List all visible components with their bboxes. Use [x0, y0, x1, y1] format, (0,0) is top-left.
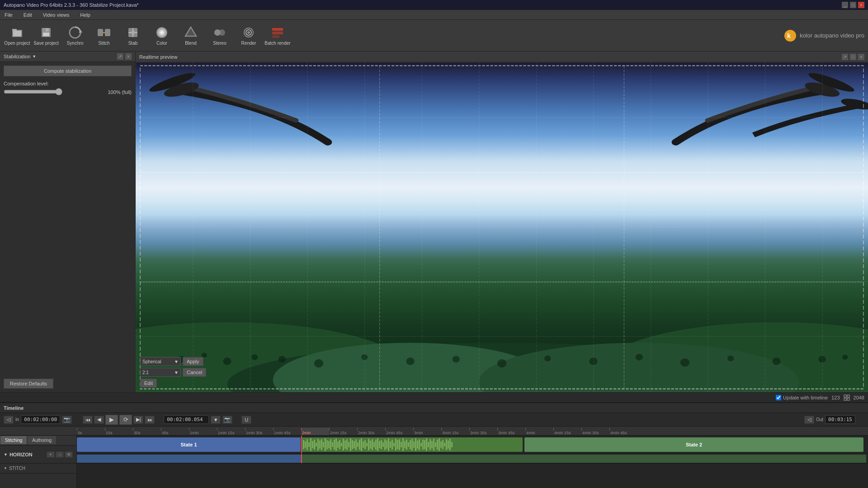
loop-button[interactable]: ⟳: [119, 415, 132, 425]
state2-block[interactable]: State 2: [524, 437, 863, 452]
comp-level-label: Compensation level:: [4, 81, 49, 86]
cancel-button[interactable]: Cancel: [183, 368, 206, 377]
svg-point-38: [278, 356, 286, 363]
menu-edit[interactable]: Edit: [21, 11, 35, 19]
maximize-button[interactable]: □: [850, 2, 856, 8]
next-frame-button[interactable]: ▶|: [133, 416, 143, 424]
stereo-button[interactable]: Stereo: [206, 22, 233, 49]
go-start-button[interactable]: ⏮: [83, 416, 93, 424]
authoring-tab[interactable]: Authoring: [27, 436, 57, 445]
kolor-logo: k kolor autopano video pro: [783, 29, 864, 42]
update-timeline-checkbox[interactable]: [776, 395, 781, 400]
preview-expand-button[interactable]: □: [850, 54, 856, 60]
svg-rect-66: [847, 398, 849, 400]
preview-area: Realtime preview ↗ □ ×: [136, 52, 868, 392]
close-button[interactable]: ×: [858, 2, 864, 8]
preview-close-button[interactable]: ×: [858, 54, 864, 60]
stitching-tab[interactable]: Stitching: [0, 436, 27, 445]
projection-dropdown[interactable]: Spherical ▼: [140, 357, 181, 366]
horizon-collapse-arrow[interactable]: ▼: [4, 452, 8, 457]
dropdown-arrow: ▼: [174, 359, 179, 364]
track-edit-button[interactable]: →: [56, 451, 64, 458]
render-button[interactable]: Render: [235, 22, 262, 49]
stitch-state2-bar: [301, 455, 866, 463]
play-button[interactable]: ▶: [105, 415, 118, 425]
color-button[interactable]: Color: [148, 22, 175, 49]
in-point-button[interactable]: ◁: [4, 416, 14, 424]
preview-title: Realtime preview: [139, 54, 177, 60]
preview-float-button[interactable]: ↗: [842, 54, 848, 60]
track-add-button[interactable]: +: [47, 451, 55, 458]
svg-rect-26: [272, 35, 279, 38]
update-timeline-item: Update with timeline: [776, 395, 828, 400]
stitch-collapse-arrow[interactable]: ▼: [4, 466, 7, 470]
titlebar-controls: _ □ ×: [842, 2, 864, 8]
stitch-button[interactable]: Stitch: [90, 22, 118, 49]
horizon-track-name: HORIZON: [9, 452, 33, 457]
stitch-icon: [97, 25, 111, 40]
menubar: File Edit Video views Help: [0, 10, 868, 20]
titlebar: Autopano Video Pro 64bits 2.3.3 - 360 St…: [0, 0, 868, 10]
svg-rect-1: [12, 29, 17, 31]
svg-point-42: [453, 356, 460, 363]
menu-videoviews[interactable]: Video views: [40, 11, 72, 19]
save-project-button[interactable]: Save project: [33, 22, 60, 49]
color-icon: [155, 25, 169, 40]
svg-point-16: [156, 27, 167, 38]
current-time[interactable]: 00:02:00.054: [164, 415, 209, 424]
batch-render-button[interactable]: Batch render: [264, 22, 291, 49]
ratio-dropdown[interactable]: 2:1 ▼: [140, 368, 181, 377]
edit-button[interactable]: Edit: [140, 379, 157, 388]
camera-button[interactable]: 📷: [222, 416, 232, 424]
restore-defaults-button[interactable]: Restore Defaults: [4, 379, 53, 389]
playback-controls: ⏮ ◀ ▶ ⟳ ▶| ⏭: [83, 415, 155, 425]
ruler-marks: 0s 15s 30s 45s 1min 1min 15s 1min 30s 1m…: [77, 427, 868, 435]
svg-point-45: [589, 357, 597, 365]
panel-float-button[interactable]: ↗: [117, 53, 123, 60]
svg-rect-6: [44, 28, 45, 31]
svg-rect-24: [272, 28, 283, 31]
apply-button[interactable]: Apply: [183, 357, 203, 366]
kolor-brand: kolor autopano video pro: [800, 32, 864, 39]
svg-point-49: [772, 357, 780, 365]
blend-button[interactable]: Blend: [177, 22, 204, 49]
playhead[interactable]: [301, 436, 302, 453]
synchro-label: Synchro: [67, 41, 84, 46]
open-project-button[interactable]: Open project: [4, 22, 31, 49]
current-time-area: 00:02:00.054 ▼ 📷: [164, 415, 232, 424]
out-time: 00:03:15: [825, 415, 855, 424]
frame-number: 123: [831, 395, 840, 400]
svg-point-48: [727, 356, 734, 361]
track-move-button[interactable]: ⟲: [65, 451, 73, 458]
titlebar-title: Autopano Video Pro 64bits 2.3.3 - 360 St…: [4, 2, 139, 8]
panel-body: Compute stabilization Compensation level…: [0, 62, 135, 100]
preview-header: Realtime preview ↗ □ ×: [136, 52, 868, 62]
prev-frame-button[interactable]: ◀: [94, 416, 104, 424]
panel-close-button[interactable]: ×: [125, 53, 132, 60]
in-point-set-button[interactable]: 📷: [62, 416, 72, 424]
go-end-button[interactable]: ⏭: [145, 416, 155, 424]
timeline-settings-button[interactable]: U: [241, 416, 251, 424]
menu-file[interactable]: File: [2, 11, 15, 19]
svg-point-39: [314, 359, 323, 367]
svg-rect-5: [43, 33, 49, 36]
out-point-button[interactable]: ◁: [804, 416, 814, 424]
svg-point-47: [680, 358, 689, 366]
menu-help[interactable]: Help: [77, 11, 93, 19]
stitch-state1-bar: [77, 455, 301, 463]
compute-stabilization-button[interactable]: Compute stabilization: [4, 66, 132, 76]
svg-rect-2: [13, 31, 21, 36]
svg-rect-9: [98, 29, 103, 36]
resolution-value: 2048: [854, 395, 864, 400]
state1-block[interactable]: State 1: [77, 437, 301, 452]
svg-point-43: [497, 359, 506, 367]
comp-level-slider[interactable]: [4, 88, 62, 95]
save-project-icon: [39, 25, 53, 40]
horizon-track-row: State 1 State 2: [77, 436, 868, 454]
minimize-button[interactable]: _: [842, 2, 848, 8]
time-options-button[interactable]: ▼: [211, 416, 221, 424]
open-project-icon: [10, 25, 24, 40]
stab-button[interactable]: Stab: [119, 22, 146, 49]
grid-icon-item: [844, 394, 850, 401]
synchro-button[interactable]: Synchro: [61, 22, 89, 49]
